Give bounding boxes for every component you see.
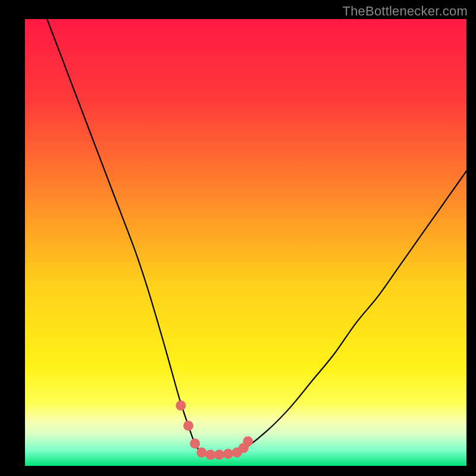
- bottleneck-curve: [25, 19, 466, 466]
- plot-area: [25, 19, 466, 466]
- optimal-marker: [205, 450, 215, 460]
- optimal-marker: [183, 421, 193, 431]
- optimal-marker: [223, 449, 233, 459]
- chart-frame: TheBottlenecker.com: [0, 0, 476, 476]
- optimal-marker: [243, 436, 253, 446]
- optimal-marker: [214, 450, 224, 460]
- watermark-text: TheBottlenecker.com: [343, 4, 468, 19]
- optimal-marker: [196, 447, 206, 458]
- optimal-marker: [190, 439, 200, 449]
- optimal-range-markers: [176, 400, 253, 460]
- optimal-marker: [176, 400, 186, 411]
